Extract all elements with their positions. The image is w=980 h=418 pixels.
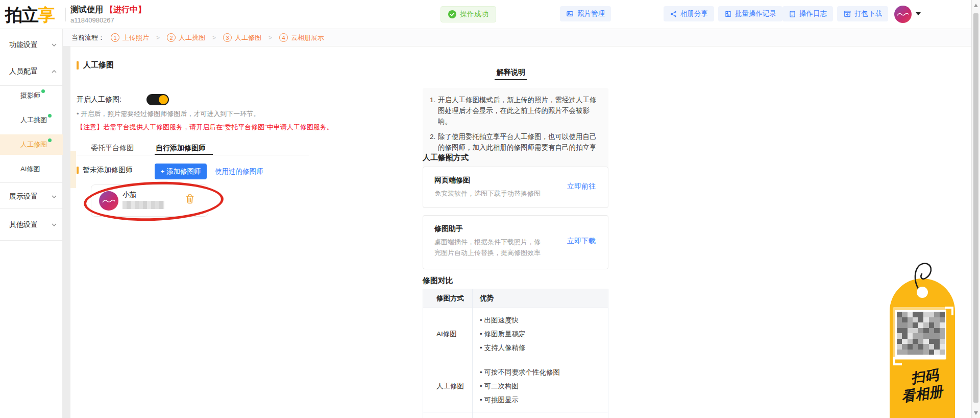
page-scrollbar[interactable] <box>971 0 980 418</box>
tag-hole <box>917 287 928 298</box>
qr-pixel <box>940 344 945 350</box>
scroll-up-arrow[interactable] <box>974 4 978 7</box>
chevron-down-icon <box>52 42 57 48</box>
used-retouchers-link[interactable]: 使用过的修图师 <box>215 167 263 176</box>
qr-pixel <box>929 322 934 328</box>
qr-pixel <box>908 312 913 317</box>
flow-separator: > <box>156 34 160 41</box>
qr-pixel <box>940 322 945 328</box>
qr-pixel <box>929 312 934 317</box>
table-row: 人工修图 可按不同要求个性化修图 可二次构图 可挑图显示 <box>423 360 608 412</box>
qr-pixel <box>902 322 907 328</box>
qr-pixel <box>918 317 923 323</box>
qr-pixel <box>897 339 902 344</box>
qr-pixel <box>923 328 928 334</box>
sidebar-item-photographer[interactable]: 摄影师 <box>0 87 63 104</box>
chevron-down-icon[interactable] <box>916 12 921 15</box>
method-desc: 桌面端插件，根据条件下载照片，修完图片自动上传替换，提高修图效率 <box>434 237 547 258</box>
download-now-link[interactable]: 立即下载 <box>567 237 596 246</box>
qr-pixel <box>902 344 907 350</box>
photo-manage-button[interactable]: 照片管理 <box>560 6 611 21</box>
table-row: AI+人工修图 出图效率高 可按不同要求个性化修图 <box>423 412 608 418</box>
success-toast: 操作成功 <box>440 6 496 22</box>
qr-pixel <box>913 328 918 334</box>
highlight-marker <box>70 151 76 188</box>
add-retoucher-button[interactable]: + 添加修图师 <box>155 164 207 179</box>
qr-pixel <box>934 328 939 334</box>
sidebar-item-ai-retouch[interactable]: AI修图 <box>0 161 63 177</box>
qr-pixel <box>923 350 928 355</box>
qr-pixel <box>913 317 918 323</box>
qr-pixel <box>913 333 918 339</box>
qr-code-pixelated[interactable] <box>895 310 946 359</box>
qr-pixel <box>929 317 934 323</box>
flow-label: 当前流程： <box>71 33 105 42</box>
sidebar: 功能设置 人员配置 摄影师 人工挑图 人工修图 AI修图 展示设置 其他设置 <box>0 29 63 418</box>
qr-pixel <box>934 350 939 355</box>
qr-pixel <box>929 333 934 339</box>
compare-table: 修图方式 优势 AI修图 出图速度快 修图质量稳定 支持人像精修 人工修图 可按… <box>423 289 608 418</box>
qr-pixel <box>923 344 928 350</box>
scrollbar-thumb[interactable] <box>973 13 978 403</box>
qr-pixel <box>929 350 934 355</box>
qr-pixel <box>934 333 939 339</box>
sidebar-divider <box>0 208 63 209</box>
flow-step-upload: 1 上传照片 <box>111 33 149 42</box>
sidebar-item-manual-retouch[interactable]: 人工修图 <box>0 134 63 155</box>
qr-pixel <box>918 344 923 350</box>
sidebar-divider <box>0 182 63 183</box>
qr-pixel <box>908 322 913 328</box>
operation-log-button[interactable]: 操作日志 <box>782 6 833 21</box>
user-avatar[interactable] <box>894 6 912 23</box>
qr-pixel <box>902 350 907 355</box>
toast-text: 操作成功 <box>460 10 488 19</box>
sidebar-group-display-settings[interactable]: 展示设置 <box>0 189 63 205</box>
qr-pixel <box>940 333 945 339</box>
sidebar-group-function-settings[interactable]: 功能设置 <box>0 37 63 53</box>
package-download-button[interactable]: 打包下载 <box>837 6 888 21</box>
flow-separator: > <box>212 34 216 41</box>
sidebar-item-manual-pick[interactable]: 人工挑图 <box>0 112 63 128</box>
chevron-down-icon <box>52 222 57 227</box>
album-share-button[interactable]: 相册分享 <box>664 6 714 21</box>
tab-explanation[interactable]: 解释说明 <box>497 68 525 77</box>
qr-pixel <box>923 339 928 344</box>
qr-pixel <box>940 312 945 317</box>
toggle-note: • 开启后，照片需要经过修图师修图后，才可进入到下一环节。 <box>77 109 260 119</box>
qr-pixel <box>934 317 939 323</box>
qr-pixel <box>897 328 902 334</box>
empty-state-row: 暂未添加修图师 <box>77 166 133 175</box>
qr-pixel <box>897 322 902 328</box>
batch-operation-log-button[interactable]: 批量操作记录 <box>718 6 782 21</box>
method-card-retouch-assistant: 修图助手 桌面端插件，根据条件下载照片，修完图片自动上传替换，提高修图效率 立即… <box>423 215 608 269</box>
scroll-down-arrow[interactable] <box>974 411 978 415</box>
method-desc: 免安装软件，选图下载手动替换修图 <box>434 188 547 199</box>
retoucher-name: 小茄 <box>122 190 136 199</box>
qr-pixel <box>913 344 918 350</box>
tab-platform-retouch[interactable]: 委托平台修图 <box>91 144 134 153</box>
batch-log-icon <box>724 10 732 18</box>
logo-text-accent: 享 <box>38 5 54 25</box>
qr-pixel <box>902 328 907 334</box>
qr-pixel <box>923 317 928 323</box>
qr-pixel <box>934 322 939 328</box>
column-header: 优势 <box>473 289 608 308</box>
manual-retouch-toggle[interactable] <box>146 94 169 105</box>
current-flow-bar: 当前流程： 1 上传照片 > 2 人工挑图 > 3 人工修图 > 4 云相册展示 <box>63 29 971 47</box>
retoucher-phone-censored <box>122 201 164 209</box>
qr-pixel <box>908 350 913 355</box>
qr-pixel <box>923 312 928 317</box>
delete-retoucher-button[interactable] <box>185 193 195 206</box>
qr-pixel <box>940 328 945 334</box>
go-now-link[interactable]: 立即前往 <box>567 182 596 191</box>
advantages-cell: 出图效率高 可按不同要求个性化修图 <box>473 412 608 418</box>
tab-add-own-retoucher[interactable]: 自行添加修图师 <box>156 144 206 153</box>
logo-text-dark: 拍立 <box>5 5 38 25</box>
empty-state-bar <box>77 167 79 174</box>
sidebar-group-other-settings[interactable]: 其他设置 <box>0 217 63 233</box>
tabs-divider <box>77 155 309 155</box>
qr-pixel <box>940 350 945 355</box>
qr-pixel <box>902 317 907 323</box>
table-row: AI修图 出图速度快 修图质量稳定 支持人像精修 <box>423 308 608 360</box>
sidebar-group-personnel[interactable]: 人员配置 <box>0 63 63 80</box>
